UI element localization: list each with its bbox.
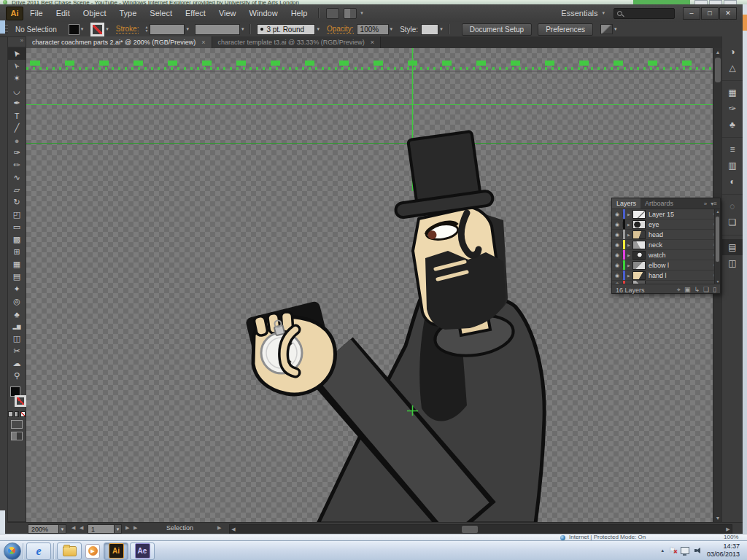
chevron-down-icon[interactable]: ▾ — [440, 26, 443, 32]
chevron-down-icon[interactable]: ▾ — [390, 26, 393, 32]
action-center-icon[interactable]: ⚑✕ — [669, 546, 676, 554]
expand-triangle-icon[interactable]: ▶ — [625, 273, 632, 278]
expand-triangle-icon[interactable]: ▶ — [625, 233, 632, 237]
shape-builder-tool[interactable]: ▩ — [8, 233, 26, 246]
start-button[interactable] — [4, 542, 21, 560]
visibility-eye-icon[interactable]: ◉ — [612, 252, 623, 258]
menu-window[interactable]: Window — [243, 4, 285, 22]
close-icon[interactable]: × — [371, 39, 374, 46]
slice-tool[interactable]: ✂ — [8, 345, 26, 357]
scroll-thumb[interactable] — [716, 217, 719, 262]
visibility-eye-icon[interactable]: ◉ — [612, 232, 623, 238]
menu-edit[interactable]: Edit — [50, 4, 77, 22]
stroke-swatch[interactable] — [15, 395, 26, 407]
layer-row-head[interactable]: ◉ ▶ head ○ — [612, 230, 720, 240]
expand-triangle-icon[interactable]: ▶ — [625, 263, 632, 268]
last-artboard-button[interactable]: ▶ — [133, 525, 137, 531]
taskbar-illustrator-button[interactable]: Ai — [104, 542, 128, 560]
eyedropper-tool[interactable]: ✦ — [8, 283, 26, 295]
zoom-tool[interactable]: ⚲ — [8, 370, 26, 382]
previous-artboard-button[interactable]: ◀ — [80, 525, 83, 531]
symbols-panel-icon[interactable]: ♣ — [722, 117, 743, 133]
panel-menu-icon[interactable]: ▾≡ — [711, 201, 717, 207]
gradient-tool[interactable]: ▤ — [8, 271, 26, 283]
menu-object[interactable]: Object — [77, 4, 113, 22]
screen-mode-icon[interactable] — [11, 432, 23, 440]
preferences-button[interactable]: Preferences — [538, 23, 593, 36]
zoom-level-field[interactable]: 200% — [28, 524, 63, 534]
stroke-weight-field[interactable] — [150, 24, 185, 35]
hand-tool[interactable]: ☁ — [8, 357, 26, 370]
layers-scrollbar[interactable]: ▲ ▼ — [714, 209, 720, 284]
expand-triangle-icon[interactable]: ▶ — [625, 253, 632, 257]
stroke-weight-stepper[interactable]: ▲▼ — [144, 26, 148, 33]
expand-triangle-icon[interactable]: ▶ — [625, 212, 632, 217]
lasso-tool[interactable]: ◡ — [8, 85, 26, 97]
gradient-panel-icon[interactable]: ▥ — [722, 158, 743, 174]
taskbar-after-effects-button[interactable]: Ae — [130, 542, 155, 560]
magic-wand-tool[interactable]: ✶ — [8, 72, 26, 85]
document-tab-1[interactable]: character coachmen parts 2.ai* @ 200% (R… — [26, 36, 212, 48]
layer-thumbnail[interactable] — [632, 271, 646, 280]
expand-triangle-icon[interactable]: ▶ — [625, 282, 632, 284]
brushes-panel-icon[interactable]: ✑ — [722, 101, 743, 117]
scroll-thumb[interactable] — [715, 58, 721, 82]
layer-row-partial[interactable]: ◉ ▶ ○ — [612, 281, 720, 284]
artboards-panel-icon[interactable]: ◫ — [722, 255, 743, 271]
color-guide-panel-icon[interactable]: △ — [722, 60, 743, 76]
menu-select[interactable]: Select — [143, 4, 179, 22]
visibility-eye-icon[interactable]: ◉ — [612, 242, 623, 248]
taskbar-explorer-button[interactable] — [57, 542, 82, 560]
layer-thumbnail[interactable] — [632, 261, 646, 270]
menu-type[interactable]: Type — [113, 4, 144, 22]
chevron-down-icon[interactable]: ▾ — [186, 26, 189, 32]
scroll-right-icon[interactable]: ▶ — [724, 525, 732, 534]
color-panel-icon[interactable]: ◑ — [722, 44, 743, 60]
appearance-panel-icon[interactable]: ◌ — [722, 198, 743, 214]
chevron-down-icon[interactable]: ▾ — [317, 26, 320, 32]
scroll-down-icon[interactable]: ▼ — [715, 279, 720, 284]
gradient-button[interactable] — [15, 411, 20, 417]
menu-help[interactable]: Help — [285, 4, 314, 22]
symmetry-icon[interactable] — [600, 24, 613, 34]
maximize-button[interactable]: □ — [701, 7, 719, 20]
show-hidden-icons[interactable]: ▴ — [661, 548, 664, 553]
chevron-down-icon[interactable]: ▾ — [602, 10, 605, 16]
layer-name[interactable]: elbow l — [649, 262, 710, 269]
tab-artboards[interactable]: Artboards — [640, 198, 678, 209]
workspace-switcher[interactable]: Essentials — [561, 9, 597, 18]
layer-row-layer-15[interactable]: ◉ ▶ Layer 15 ○ — [612, 209, 720, 219]
layer-name[interactable]: neck — [649, 241, 710, 249]
scroll-up-icon[interactable]: ▲ — [715, 209, 720, 214]
rotate-tool[interactable]: ↻ — [8, 196, 26, 209]
scroll-thumb[interactable] — [462, 526, 478, 533]
none-button[interactable] — [20, 411, 26, 417]
new-sublayer-icon[interactable]: ↳ — [694, 286, 700, 294]
width-tool[interactable]: ∿ — [8, 171, 26, 184]
layer-thumbnail[interactable] — [632, 230, 646, 239]
chevron-down-icon[interactable]: ▾ — [614, 26, 617, 32]
variable-width-profile[interactable] — [195, 24, 240, 35]
column-graph-tool[interactable]: ▂▆ — [8, 320, 26, 332]
stroke-label[interactable]: Stroke: — [116, 25, 139, 34]
visibility-eye-icon[interactable]: ◉ — [612, 281, 623, 284]
menu-view[interactable]: View — [212, 4, 243, 22]
expand-triangle-icon[interactable]: ▶ — [625, 243, 632, 247]
layer-thumbnail[interactable] — [632, 220, 646, 229]
visibility-eye-icon[interactable]: ◉ — [612, 273, 623, 279]
layer-name[interactable]: watch — [649, 252, 710, 259]
first-artboard-button[interactable]: ◀ — [71, 525, 75, 531]
paintbrush-tool[interactable]: ✑ — [8, 147, 26, 159]
blend-tool[interactable]: ◎ — [8, 295, 26, 308]
chevron-down-icon[interactable]: ▾ — [360, 10, 363, 16]
eraser-tool[interactable]: ▱ — [8, 184, 26, 196]
brush-definition[interactable]: 3 pt. Round — [257, 24, 315, 35]
expand-triangle-icon[interactable]: ▶ — [625, 222, 632, 227]
transparency-panel-icon[interactable]: ◐ — [722, 174, 743, 190]
free-transform-tool[interactable]: ▭ — [8, 221, 26, 233]
style-swatch[interactable] — [421, 24, 438, 35]
delete-layer-icon[interactable]: ▯ — [713, 286, 716, 294]
close-button[interactable]: ✕ — [719, 7, 737, 20]
layers-panel-icon[interactable]: ▤ — [722, 239, 743, 255]
graphic-styles-panel-icon[interactable]: ❏ — [722, 214, 743, 230]
